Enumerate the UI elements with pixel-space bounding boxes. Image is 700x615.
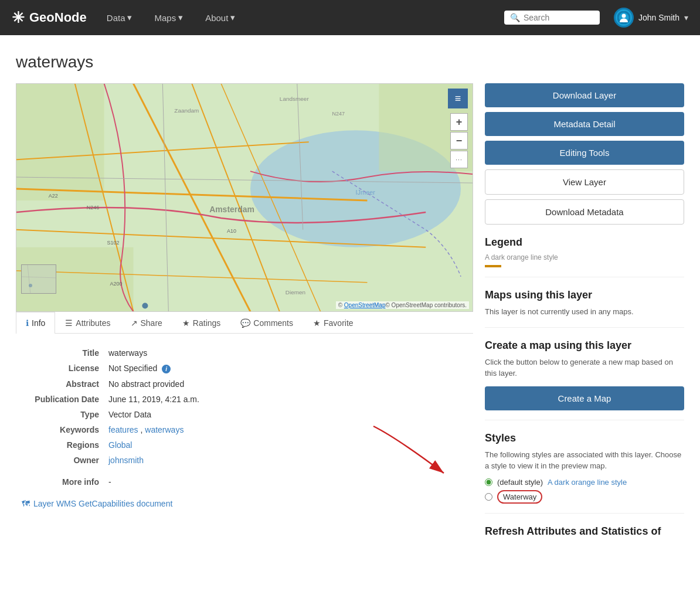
legend-swatch (485, 265, 501, 267)
create-map-section: Create a map using this layer Click the … (485, 339, 684, 410)
map-menu-button[interactable]: ≡ (448, 89, 468, 108)
legend-title: Legend (485, 236, 684, 249)
comment-icon: 💬 (240, 318, 250, 328)
license-label: License (22, 361, 104, 376)
chevron-down-icon: ▾ (178, 12, 183, 23)
refresh-section: Refresh Attributes and Statistics of (485, 525, 684, 538)
main-layout: Amsterdam A22 N246 S102 A200 A9 N205 N20… (16, 83, 684, 542)
style-radio-waterway[interactable] (485, 493, 492, 501)
search-icon: 🔍 (510, 13, 520, 22)
download-layer-button[interactable]: Download Layer (485, 83, 684, 107)
svg-rect-39 (22, 265, 56, 294)
styles-section: Styles The following styles are associat… (485, 432, 684, 504)
wms-link[interactable]: 🗺 Layer WMS GetCapabilities document (22, 499, 467, 508)
favorite-icon: ★ (313, 318, 321, 328)
brand-name: GeoNode (29, 10, 87, 25)
zoom-out-button[interactable]: − (450, 132, 468, 149)
table-row: License Not Specified i (22, 361, 467, 376)
divider (485, 420, 684, 420)
table-row: Owner johnsmith (22, 453, 467, 468)
nav-item-maps[interactable]: Maps ▾ (146, 0, 191, 35)
maps-section-text: This layer is not currently used in any … (485, 306, 684, 318)
style-default-link[interactable]: A dark orange line style (548, 478, 627, 487)
svg-text:A10: A10 (227, 228, 236, 234)
editing-tools-button[interactable]: Editing Tools (485, 141, 684, 165)
user-icon (614, 8, 634, 28)
owner-link[interactable]: johnsmith (108, 456, 144, 465)
svg-text:Landsmeer: Landsmeer (280, 96, 310, 102)
owner-value: johnsmith (104, 453, 467, 468)
right-sidebar: Download Layer Metadata Detail Editing T… (485, 83, 684, 542)
map-minimap (21, 264, 56, 294)
abstract-value: No abstract provided (104, 376, 467, 392)
map-icon: 🗺 (22, 499, 30, 508)
svg-point-42 (29, 284, 32, 287)
zoom-options-button[interactable]: ··· (450, 151, 468, 168)
create-map-title: Create a map using this layer (485, 339, 684, 352)
download-metadata-button[interactable]: Download Metadata (485, 199, 684, 225)
pub-date-value: June 11, 2019, 4:21 a.m. (104, 392, 467, 407)
tab-info[interactable]: ℹ Info (16, 312, 55, 334)
maps-section-title: Maps using this layer (485, 289, 684, 301)
table-row: Abstract No abstract provided (22, 376, 467, 392)
nav-item-data[interactable]: Data ▾ (98, 0, 141, 35)
share-icon: ↗ (131, 318, 138, 328)
user-menu[interactable]: John Smith ▾ (614, 8, 688, 28)
user-chevron-icon: ▾ (684, 13, 688, 22)
osm-link[interactable]: OpenStreetMap (344, 302, 386, 308)
brand-icon: ✳ (12, 9, 25, 27)
keyword-waterways-link[interactable]: waterways (145, 425, 184, 434)
regions-label: Regions (22, 437, 104, 453)
style-radio-default[interactable] (485, 478, 492, 486)
waterway-style-label: Waterway (497, 490, 542, 504)
keywords-label: Keywords (22, 422, 104, 437)
tab-comments[interactable]: 💬 Comments (230, 312, 303, 334)
tab-ratings[interactable]: ★ Ratings (172, 312, 230, 334)
info-table: Title waterways License Not Specified i … (22, 345, 467, 490)
search-box: 🔍 (504, 11, 600, 25)
info-panel: Title waterways License Not Specified i … (16, 334, 473, 520)
chevron-down-icon: ▾ (230, 12, 235, 23)
regions-link[interactable]: Global (108, 440, 132, 450)
styles-title: Styles (485, 432, 684, 444)
page-content: waterways (4, 35, 696, 554)
map-svg: Amsterdam A22 N246 S102 A200 A9 N205 N20… (16, 84, 473, 311)
nav-item-about[interactable]: About ▾ (197, 0, 243, 35)
maps-section: Maps using this layer This layer is not … (485, 289, 684, 318)
table-row: Type Vector Data (22, 407, 467, 422)
svg-text:Amsterdam: Amsterdam (209, 205, 254, 214)
page-title: waterways (16, 53, 684, 72)
keyword-features-link[interactable]: features (108, 425, 138, 434)
map-placeholder: Amsterdam A22 N246 S102 A200 A9 N205 N20… (16, 84, 473, 311)
license-value: Not Specified i (104, 361, 467, 376)
table-row: Keywords features , waterways (22, 422, 467, 437)
type-label: Type (22, 407, 104, 422)
map-container[interactable]: Amsterdam A22 N246 S102 A200 A9 N205 N20… (16, 83, 473, 312)
tab-favorite[interactable]: ★ Favorite (303, 312, 363, 334)
type-value: Vector Data (104, 407, 467, 422)
brand-logo[interactable]: ✳ GeoNode (12, 9, 87, 27)
tab-attributes[interactable]: ☰ Attributes (55, 312, 120, 334)
tab-share[interactable]: ↗ Share (121, 312, 172, 334)
table-row: More info - (22, 468, 467, 490)
divider (485, 277, 684, 277)
svg-text:Zaandam: Zaandam (174, 107, 199, 114)
pub-date-label: Publication Date (22, 392, 104, 407)
map-attribution: © OpenStreetMap© OpenStreetMap contribut… (336, 301, 469, 309)
list-icon: ☰ (65, 318, 73, 328)
search-input[interactable] (524, 13, 594, 22)
table-row: Regions Global (22, 437, 467, 453)
svg-text:N246: N246 (87, 205, 99, 210)
more-info-label: More info (22, 468, 104, 490)
create-map-button[interactable]: Create a Map (485, 386, 684, 410)
table-row: Title waterways (22, 345, 467, 361)
svg-rect-4 (16, 84, 104, 201)
star-icon: ★ (182, 318, 190, 328)
view-layer-button[interactable]: View Layer (485, 169, 684, 195)
zoom-in-button[interactable]: + (450, 113, 468, 131)
metadata-detail-button[interactable]: Metadata Detail (485, 112, 684, 136)
svg-point-38 (142, 303, 148, 309)
svg-text:S102: S102 (107, 240, 120, 246)
info-icon: ℹ (26, 318, 29, 328)
chevron-down-icon: ▾ (127, 12, 132, 23)
